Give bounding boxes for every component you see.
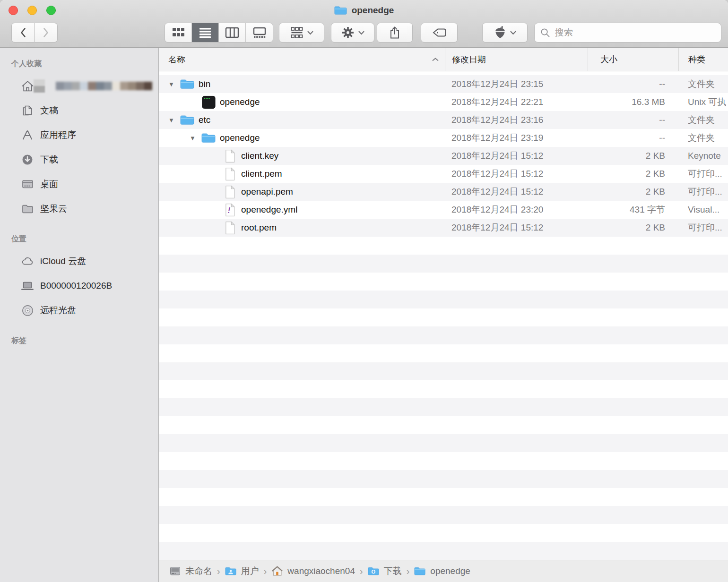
chevron-down-icon [358, 31, 364, 35]
breadcrumb-label: wangxiaochen04 [287, 566, 355, 576]
kind-cell: 文件夹 [678, 132, 728, 144]
disclosure-triangle[interactable]: ▼ [168, 117, 180, 124]
breadcrumb-item-openedge[interactable]: openedge [414, 566, 470, 576]
close-button[interactable] [9, 6, 18, 15]
empty-row [159, 524, 728, 542]
breadcrumb-item-用户[interactable]: 用户 [225, 565, 259, 577]
window-chrome: openedge [0, 0, 728, 48]
file-row-bin[interactable]: ▼bin2018年12月24日 23:15--文件夹 [159, 75, 728, 93]
column-view-button[interactable] [219, 23, 246, 42]
file-row-client.pem[interactable]: client.pem2018年12月24日 15:122 KB可打印... [159, 165, 728, 183]
sidebar-item-label: 应用程序 [40, 129, 76, 141]
file-row-openedge[interactable]: ▼openedge2018年12月24日 23:19--文件夹 [159, 129, 728, 147]
arrange-button[interactable] [279, 23, 324, 43]
share-button[interactable] [377, 23, 413, 43]
column-header-size[interactable]: 大小 [588, 48, 678, 71]
view-switcher [165, 23, 273, 43]
sidebar-item-label: iCloud 云盘 [40, 255, 86, 267]
file-name: openedge [220, 97, 260, 107]
sidebar-item-label: 下载 [40, 154, 58, 166]
title-bar[interactable]: openedge [0, 0, 728, 21]
empty-row [159, 255, 728, 273]
document-icon [222, 167, 237, 181]
disclosure-triangle[interactable]: ▼ [168, 81, 180, 88]
file-row-client.key[interactable]: client.key2018年12月24日 15:122 KBKeynote [159, 147, 728, 165]
sidebar-item-B000000120026B[interactable]: B000000120026B [0, 274, 158, 298]
file-list-pane: 名称 修改日期 大小 种类 ▼bin2018年12月24日 23:15--文件夹… [159, 48, 728, 582]
sidebar-item-iCloud 云盘[interactable]: iCloud 云盘 [0, 249, 158, 274]
sidebar: 个人收藏文稿应用程序下载桌面坚果云位置iCloud 云盘B00000012002… [0, 48, 159, 582]
column-header-name[interactable]: 名称 [159, 48, 445, 71]
search-input[interactable] [554, 27, 715, 38]
file-name: client.pem [241, 169, 282, 179]
size-cell: -- [588, 115, 678, 125]
sidebar-item-坚果云[interactable]: 坚果云 [0, 197, 158, 221]
chevron-down-icon [307, 31, 313, 35]
name-cell: openedge [159, 95, 445, 109]
document-icon [222, 149, 237, 163]
breadcrumb-label: openedge [430, 566, 470, 576]
empty-row [159, 488, 728, 506]
file-name: client.key [241, 151, 278, 161]
sidebar-item-应用程序[interactable]: 应用程序 [0, 123, 158, 147]
list-view-button[interactable] [192, 23, 219, 42]
nutstore-button[interactable] [482, 23, 528, 43]
gallery-view-button[interactable] [246, 23, 273, 42]
window-title-group: openedge [334, 5, 394, 16]
sidebar-section-label: 位置 [0, 234, 158, 249]
file-row-etc[interactable]: ▼etc2018年12月24日 23:16--文件夹 [159, 111, 728, 129]
name-cell: root.pem [159, 221, 445, 235]
icon-view-button[interactable] [165, 23, 192, 42]
file-row-openedge.yml[interactable]: !openedge.yml2018年12月24日 23:20431 字节Visu… [159, 201, 728, 219]
name-cell: !openedge.yml [159, 203, 445, 217]
breadcrumb-separator: › [264, 566, 267, 577]
back-button[interactable] [11, 23, 35, 43]
action-button[interactable] [331, 23, 374, 43]
folder-outline-icon [21, 203, 34, 215]
empty-row [159, 344, 728, 362]
kind-cell: 文件夹 [678, 78, 728, 90]
disclosure-triangle[interactable]: ▼ [190, 135, 201, 142]
file-row-openapi.pem[interactable]: openapi.pem2018年12月24日 15:122 KB可打印... [159, 183, 728, 201]
search-field[interactable] [534, 23, 721, 43]
window-title: openedge [352, 5, 394, 16]
kind-cell: 文件夹 [678, 114, 728, 126]
redacted-patch [34, 79, 45, 93]
minimize-button[interactable] [27, 6, 37, 15]
empty-row [159, 452, 728, 470]
breadcrumb-item-未命名[interactable]: 未命名 [169, 565, 212, 577]
file-name: openapi.pem [241, 187, 293, 197]
folder-icon [201, 132, 216, 144]
date-modified-cell: 2018年12月24日 23:15 [445, 78, 588, 90]
breadcrumb-item-wangxiaochen04[interactable]: wangxiaochen04 [271, 565, 355, 577]
date-modified-cell: 2018年12月24日 22:21 [445, 96, 588, 108]
fullscreen-button[interactable] [46, 6, 56, 15]
file-row-openedge[interactable]: openedge2018年12月24日 22:2116.3 MBUnix 可执 [159, 93, 728, 111]
tag-icon [432, 27, 446, 38]
empty-row [159, 506, 728, 524]
sidebar-item-user-home[interactable] [0, 74, 158, 98]
folder-proxy-icon[interactable] [334, 5, 347, 16]
date-modified-cell: 2018年12月24日 15:12 [445, 222, 588, 234]
sidebar-item-下载[interactable]: 下载 [0, 147, 158, 172]
size-cell: 2 KB [588, 187, 678, 197]
breadcrumb-label: 下载 [384, 565, 402, 577]
tag-button[interactable] [421, 23, 458, 43]
sidebar-item-文稿[interactable]: 文稿 [0, 98, 158, 123]
downloads-folder-icon [368, 566, 380, 576]
sidebar-item-远程光盘[interactable]: 远程光盘 [0, 298, 158, 323]
empty-row [159, 434, 728, 452]
document-icon [222, 221, 237, 235]
file-row-root.pem[interactable]: root.pem2018年12月24日 15:122 KB可打印... [159, 219, 728, 237]
sidebar-item-桌面[interactable]: 桌面 [0, 172, 158, 197]
forward-button[interactable] [35, 23, 58, 43]
breadcrumb-label: 用户 [241, 565, 259, 577]
name-cell: ▼openedge [159, 132, 445, 144]
column-header-kind[interactable]: 种类 [678, 48, 728, 71]
folder-small-icon [414, 566, 426, 576]
size-cell: 16.3 MB [588, 97, 678, 107]
breadcrumb-item-下载[interactable]: 下载 [368, 565, 402, 577]
empty-row [159, 237, 728, 255]
column-header-date[interactable]: 修改日期 [445, 48, 588, 71]
name-cell: openapi.pem [159, 185, 445, 199]
